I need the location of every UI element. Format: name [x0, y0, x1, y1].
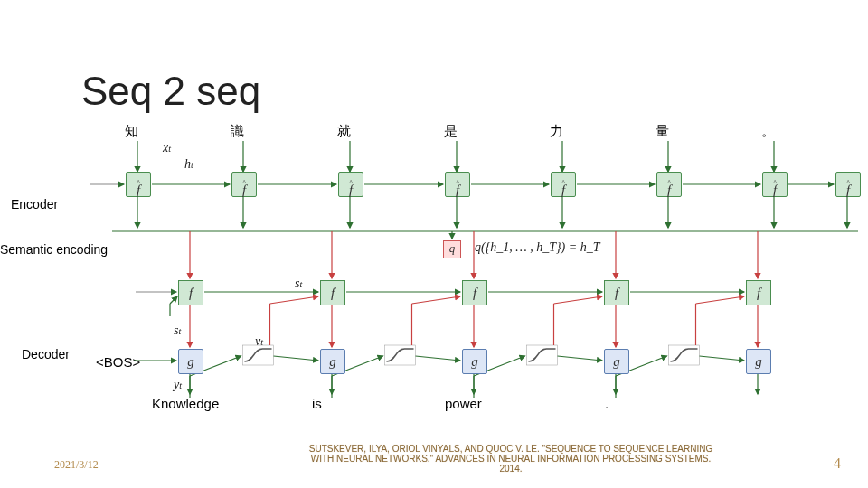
decoder-g-4: g [746, 349, 771, 374]
slide-date: 2021/3/12 [54, 458, 99, 472]
page-title: Seq 2 seq [81, 69, 260, 114]
y-t-in-symbol: yt [255, 334, 263, 349]
encoder-input-6: 。 [761, 123, 775, 140]
x-t-symbol: xt [163, 141, 171, 155]
decoder-f-1: f [320, 280, 345, 305]
y-t-out-symbol: yt [174, 378, 182, 392]
encoder-fhat-2: ^f [338, 172, 363, 197]
decoder-output-2: power [445, 396, 482, 411]
decoder-f-0: f [178, 280, 203, 305]
semantic-encoding-label: Semantic encoding [0, 242, 108, 257]
h-t-symbol: ht [184, 157, 193, 172]
decoder-f-4: f [746, 280, 771, 305]
s-t-self-symbol: st [174, 324, 181, 338]
decoder-g-2: g [462, 349, 487, 374]
svg-rect-59 [527, 345, 558, 365]
encoder-input-4: 力 [550, 123, 563, 140]
svg-rect-66 [669, 345, 700, 365]
encoder-input-5: 量 [656, 123, 669, 140]
page-number: 4 [834, 455, 841, 472]
encoder-fhat-5: ^f [656, 172, 682, 197]
citation-text: SUTSKEVER, ILYA, ORIOL VINYALS, AND QUOC… [298, 444, 723, 474]
svg-line-50 [270, 296, 319, 304]
decoder-start-token: <BOS> [96, 354, 140, 370]
encoder-label: Encoder [11, 197, 58, 211]
decoder-output-1: is [312, 396, 322, 411]
encoder-fhat-3: ^f [445, 172, 470, 197]
decoder-f-3: f [604, 280, 629, 305]
decoder-output-0: Knowledge [152, 396, 219, 411]
encoder-input-0: 知 [125, 123, 138, 140]
encoder-fhat-4: ^f [551, 172, 576, 197]
decoder-g-0: g [178, 349, 203, 374]
encoder-fhat-0: ^f [126, 172, 151, 197]
decoder-f-2: f [462, 280, 487, 305]
decoder-label: Decoder [22, 347, 70, 361]
svg-line-55 [416, 356, 461, 361]
encoder-input-3: 是 [444, 123, 458, 140]
encoder-fhat-7: ^f [835, 172, 861, 197]
svg-line-62 [558, 356, 603, 361]
svg-rect-52 [385, 345, 416, 365]
encoder-fhat-1: ^f [231, 172, 257, 197]
encoder-input-1: 識 [231, 123, 244, 140]
s-t-top-symbol: st [295, 277, 302, 291]
svg-line-71 [696, 296, 745, 304]
q-formula: q({h_1, … , h_T}) = h_T [475, 240, 600, 255]
svg-line-64 [554, 296, 603, 304]
svg-line-57 [412, 296, 461, 304]
decoder-g-3: g [604, 349, 629, 374]
svg-line-48 [274, 356, 319, 361]
encoder-fhat-6: ^f [762, 172, 788, 197]
svg-line-29 [170, 296, 177, 304]
svg-line-69 [700, 356, 745, 361]
decoder-output-3: . [605, 396, 609, 411]
q-box: q [443, 240, 461, 258]
decoder-g-1: g [320, 349, 345, 374]
encoder-input-2: 就 [337, 123, 351, 140]
